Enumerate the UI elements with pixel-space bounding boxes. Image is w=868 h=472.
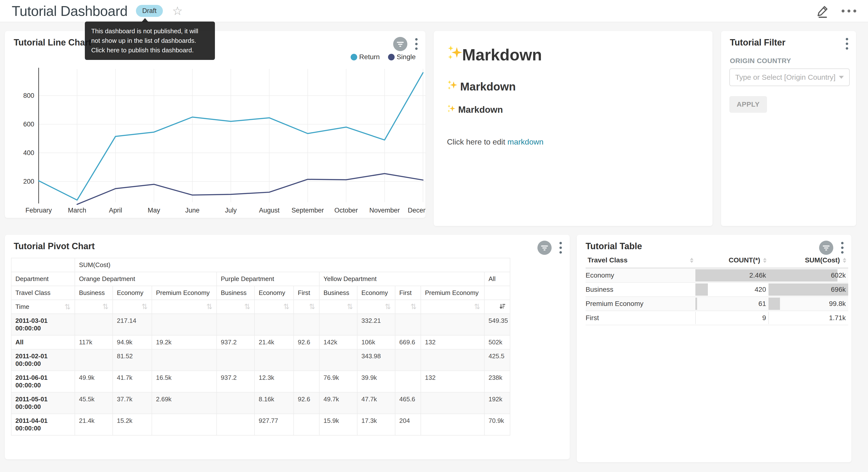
pivot-cell: 142k [319, 335, 357, 349]
pivot-row-label: 2011-03-01 00:00:00 [11, 314, 75, 335]
filter-indicator-icon[interactable] [537, 241, 552, 255]
pivot-cell: 41.7k [113, 371, 152, 392]
sort-toggle-icon[interactable]: ⇅ [385, 303, 391, 311]
sort-desc-active-icon[interactable] [499, 303, 506, 310]
pivot-sort-cell[interactable]: ⇅ [293, 300, 319, 314]
sort-carets-icon[interactable] [690, 258, 693, 263]
travel-class-cell: First [586, 311, 695, 325]
kebab-menu-icon[interactable] [414, 37, 418, 51]
pivot-sort-cell[interactable]: ⇅ [113, 300, 152, 314]
pivot-cell [75, 349, 113, 371]
line-chart-plot[interactable]: 200400600800FebruaryMarchAprilMayJuneJul… [10, 65, 426, 217]
pivot-cell: 204 [395, 414, 421, 435]
pivot-sort-cell[interactable]: ⇅ [421, 300, 484, 314]
legend-item-return[interactable]: Return [351, 53, 380, 61]
table-header-count-[interactable]: COUNT(*) [695, 253, 769, 268]
sort-toggle-icon[interactable]: ⇅ [283, 303, 289, 311]
apply-button[interactable]: APPLY [730, 96, 767, 113]
pivot-cell: 937.2 [217, 335, 254, 349]
sort-toggle-icon[interactable]: ⇅ [102, 303, 108, 311]
pivot-col-header [484, 286, 510, 300]
pivot-sort-cell[interactable]: ⇅ [152, 300, 217, 314]
pivot-metric-header: SUM(Cost) [75, 258, 510, 272]
pivot-cell: 12.3k [254, 371, 293, 392]
pivot-cell [152, 414, 217, 435]
pivot-cell: 465.6 [395, 392, 421, 414]
pivot-col-header: Business [319, 286, 357, 300]
kebab-menu-icon[interactable] [558, 241, 563, 255]
pivot-sort-cell[interactable]: ⇅ [357, 300, 395, 314]
pivot-sort-cell[interactable]: ⇅ [217, 300, 254, 314]
markdown-h3-text: Markdown [458, 105, 503, 115]
x-axis-label: March [68, 207, 86, 214]
pivot-cell: 15.2k [113, 414, 152, 435]
sort-toggle-icon[interactable]: ⇅ [142, 303, 148, 311]
x-axis-label: December [408, 207, 426, 214]
pivot-cell: 37.7k [113, 392, 152, 414]
pivot-col-header: Economy [254, 286, 293, 300]
x-axis-label: June [185, 207, 200, 214]
pivot-cell [421, 392, 484, 414]
pivot-cell: 92.6 [293, 335, 319, 349]
pivot-time-header[interactable]: Time⇅ [11, 300, 75, 314]
pivot-cell [254, 314, 293, 335]
ellipsis-menu-icon[interactable] [842, 9, 856, 12]
markdown-cta-text: Click here to edit [447, 138, 507, 146]
value-bar [695, 298, 697, 310]
pivot-col-header: First [293, 286, 319, 300]
pivot-sort-cell[interactable]: ⇅ [75, 300, 113, 314]
pivot-cell [217, 349, 254, 371]
pivot-sort-cell[interactable]: ⇅ [319, 300, 357, 314]
sort-toggle-icon[interactable]: ⇅ [206, 303, 213, 311]
count-cell: 2.46k [695, 268, 769, 283]
star-icon[interactable]: ☆ [172, 5, 183, 17]
value-bar [769, 269, 837, 282]
pivot-cell [293, 349, 319, 371]
pivot-cell [293, 414, 319, 435]
sort-toggle-icon[interactable]: ⇅ [65, 303, 71, 311]
sort-toggle-icon[interactable]: ⇅ [474, 303, 480, 311]
table-card: Tutorial Table Travel ClassCOUNT(*)SUM(C… [577, 235, 851, 462]
pivot-col-header: Premium Economy [421, 286, 484, 300]
travel-class-cell: Business [586, 283, 695, 297]
table-row: Premium Economy6199.8k [586, 297, 848, 311]
markdown-edit-link[interactable]: markdown [507, 138, 544, 146]
pivot-col-header: Business [217, 286, 254, 300]
count-cell: 61 [695, 297, 769, 311]
sort-toggle-icon[interactable]: ⇅ [347, 303, 353, 311]
table-row: Business420696k [586, 283, 848, 297]
table-row: First91.71k [586, 311, 848, 325]
pivot-cell: 132 [421, 371, 484, 392]
sum-cell: 99.8k [769, 297, 848, 311]
edit-pencil-icon[interactable] [816, 4, 830, 18]
draft-badge[interactable]: Draft [136, 5, 163, 17]
markdown-card: Markdown Markdown Markdown Click here to… [434, 31, 712, 226]
pivot-sort-cell[interactable]: ⇅ [254, 300, 293, 314]
table-header-travel-class[interactable]: Travel Class [586, 253, 695, 268]
pivot-row: 2011-05-01 00:00:0045.5k37.7k2.69k8.16k9… [11, 392, 510, 414]
legend-item-single[interactable]: Single [388, 53, 416, 61]
sort-toggle-icon[interactable]: ⇅ [309, 303, 315, 311]
chart-title: Tutorial Line Chart [14, 37, 91, 48]
count-cell: 420 [695, 283, 769, 297]
legend-label: Single [397, 53, 416, 61]
table-header-sum-cost-[interactable]: SUM(Cost) [769, 253, 848, 268]
kebab-menu-icon[interactable] [840, 241, 844, 255]
origin-country-select[interactable]: Type or Select [Origin Country] [730, 68, 850, 86]
sort-toggle-icon[interactable]: ⇅ [244, 303, 250, 311]
pivot-sort-cell[interactable] [484, 300, 510, 314]
sort-carets-icon[interactable] [843, 258, 846, 263]
sort-carets-icon[interactable] [763, 258, 767, 263]
pivot-cell [217, 414, 254, 435]
sort-toggle-icon[interactable]: ⇅ [410, 303, 416, 311]
pivot-corner-cell [11, 258, 75, 272]
pivot-sort-cell[interactable]: ⇅ [395, 300, 421, 314]
value-bar [769, 298, 780, 310]
pivot-cell: 49.9k [75, 371, 113, 392]
publish-tooltip: This dashboard is not published, it will… [85, 22, 215, 60]
pivot-cell: 15.9k [319, 414, 357, 435]
filter-indicator-icon[interactable] [393, 37, 407, 51]
kebab-menu-icon[interactable] [845, 37, 849, 51]
pivot-cell: 81.52 [113, 349, 152, 371]
column-label: Travel Class [588, 256, 627, 264]
